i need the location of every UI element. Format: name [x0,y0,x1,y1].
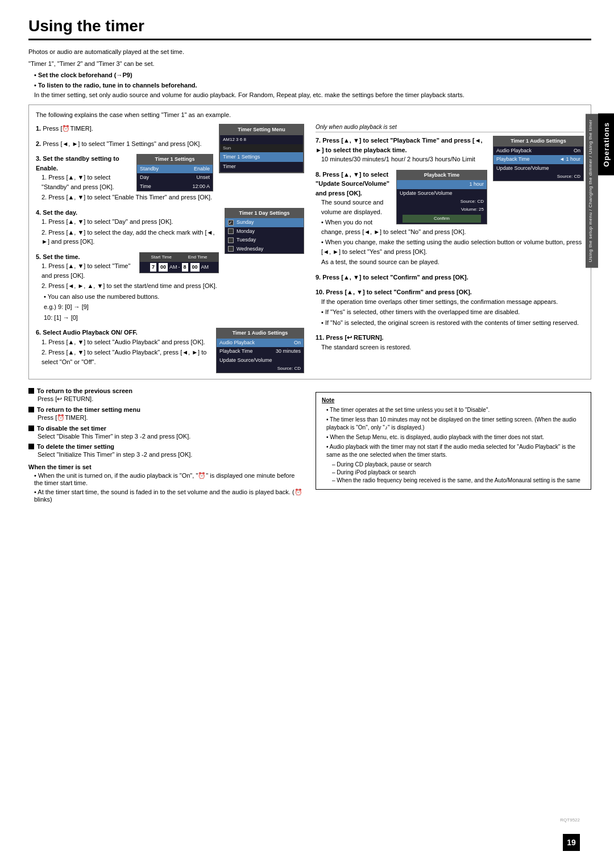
step-7: Timer 1 Audio Settings Audio Playback On… [316,136,584,164]
disable-timer-section: To disable the set timer Select "Disable… [28,425,304,440]
step11-detail: The standard screen is restored. [321,343,584,352]
pb-title: Playback Time [397,170,487,181]
step3-sub2: 2. Press [▲, ▼] to select "Enable This T… [42,193,304,202]
tsm-row1: Timer 1 Settings [220,152,303,162]
step2-num: 2. [36,140,41,147]
step7-num: 7. [316,137,321,144]
day-settings-ui: Timer 1 Day Settings Sunday Monday Tuesd… [225,208,304,254]
step11-title: Press [↩ RETURN]. [326,334,383,341]
t1s-day: Day Unset [137,173,213,182]
black-square-4 [28,444,34,449]
when-timer-bullet2: • At the timer start time, the sound is … [34,489,304,503]
main-box-intro: The following explains the case when set… [36,111,584,119]
main-content-box: The following explains the case when set… [28,105,591,379]
pb-volume: Volume: 25 [397,206,487,214]
step5-bullet2: e.g.) 9: [0] → [9] [44,302,304,312]
black-square-3 [28,425,34,431]
step10-detail1: If the operation time overlaps other tim… [321,297,584,307]
audio-row3: Update Source/Volume [217,356,304,365]
audio-settings-ui: Timer 1 Audio Settings Audio Playback On… [216,328,304,373]
return-timer-heading: To return to the timer setting menu [28,406,304,413]
intro-line2: "Timer 1", "Timer 2" and "Timer 3" can b… [28,59,591,69]
step10-detail3: • If "No" is selected, the original scre… [321,318,584,328]
day-wednesday: Wednesday [225,245,304,254]
t1s-title: Timer 1 Settings [137,155,213,165]
step8-num: 8. [316,171,321,178]
return-timer-text: Press [⏰TIMER]. [38,414,304,422]
pb-confirm: Confirm [403,215,481,223]
step-4: Timer 1 Day Settings Sunday Monday Tuesd… [36,208,304,247]
note-indent-3: – When the radio frequency being receive… [332,477,585,485]
step11-num: 11. [316,334,324,341]
step-6: Timer 1 Audio Settings Audio Playback On… [36,328,304,366]
pb-val: 1 hour [397,180,487,189]
step-8: Playback Time 1 hour Update Source/Volum… [316,170,584,267]
time-labels: Start Time End Time [140,253,218,262]
t1s-standby: Standby Enable [137,165,213,174]
timer1-settings-ui: Timer 1 Settings Standby Enable Day Unse… [136,154,213,191]
return-prev-text: Press [↩ RETURN]. [38,395,304,403]
step10-text: Press [▲, ▼] to select "Confirm" and pre… [326,289,472,295]
step5-title: Set the time. [43,253,80,260]
delete-timer-section: To delete the timer setting Select "Init… [28,443,304,458]
step2-text: Press [◄, ►] to select "Timer 1 Settings… [43,140,201,147]
delete-timer-text: Select "Initialize This Timer" in step 3… [38,451,304,458]
audio2-row1: Audio Playback On [493,147,583,156]
right-column: Only when audio playback is set Timer 1 … [316,124,584,357]
black-square-1 [28,388,34,394]
playback-box: Playback Time 1 hour Update Source/Volum… [396,170,487,225]
step-10: 10. Press [▲, ▼] to select "Confirm" and… [316,287,584,327]
operations-tab: Operations [598,114,614,176]
note-bullet-1: • The timer operates at the set time unl… [326,406,585,414]
page-container: Using the timer Photos or audio are auto… [0,0,614,868]
step7-title: Press [▲, ▼] to select "Playback Time" a… [316,137,483,153]
return-timer-section: To return to the timer setting menu Pres… [28,406,304,422]
return-prev-section: To return to the previous screen Press [… [28,387,304,403]
pb-source: Source: CD [397,198,487,206]
side-label: Using the setup menu / Changing the dimm… [586,114,598,268]
step6-num: 6. [36,329,41,336]
audio-row2: Playback Time 30 minutes [217,347,304,356]
note-bullet-3: • When the Setup Menu, etc. is displayed… [326,433,585,441]
playback-confirm-ui: Playback Time 1 hour Update Source/Volum… [396,170,487,225]
black-square-2 [28,407,34,412]
step4-num: 4. [36,209,41,216]
step5-bullet3: 10: [1] → [0] [44,313,304,323]
bottom-left: To return to the previous screen Press [… [28,387,304,503]
audio-source: Source: CD [217,365,304,373]
when-timer-heading: When the timer is set [28,464,304,470]
step-11: 11. Press [↩ RETURN]. The standard scree… [316,333,584,352]
day-title: Timer 1 Day Settings [225,208,304,219]
delete-timer-heading: To delete the timer setting [28,443,304,450]
step3-num: 3. [36,155,41,162]
step5-sub2: 2. Press [◄, ►, ▲, ▼] to set the start/e… [42,281,304,291]
step8-detail4: As a test, the sound source can be playe… [321,257,584,267]
two-col-layout: Timer Setting Menu AM12 3 6 8 Sun Timer … [36,124,584,373]
disable-timer-heading: To disable the set timer [28,425,304,432]
step4-title: Set the day. [43,209,77,216]
left-column: Timer Setting Menu AM12 3 6 8 Sun Timer … [36,124,304,373]
step5-num: 5. [36,253,41,260]
audio2-row2: Playback Time ◄ 1 hour [493,155,583,164]
time-settings-ui: Start Time End Time 7 00 AM - 8 00 AM [139,252,219,274]
day-sunday: Sunday [225,218,304,227]
bottom-right: Note • The timer operates at the set tim… [316,387,591,503]
audio-row1: Audio Playback On [217,339,304,348]
step8-detail3: • When you change, make the setting usin… [321,237,584,256]
tsm-row2: Timer [220,162,303,172]
step10-detail2: • If "Yes" is selected, other timers wit… [321,307,584,317]
step10-num: 10. [316,289,324,295]
when-timer-bullet1: • When the unit is turned on, if the aud… [34,472,304,486]
intro-bullet2: • To listen to the radio, tune in to cha… [34,81,591,91]
note-indent-1: – During CD playback, pause or search [332,461,585,469]
intro-line1: Photos or audio are automatically played… [28,47,591,57]
step-5: Start Time End Time 7 00 AM - 8 00 AM [36,252,304,323]
audio2-source: Source: CD [493,173,583,181]
day-tuesday: Tuesday [225,236,304,245]
note-bullet-2: • The timer less than 10 minutes may not… [326,416,585,432]
audio2-title: Timer 1 Audio Settings [493,136,583,147]
tsm-title: Timer Setting Menu [220,125,303,135]
note-indent-2: – During iPod playback or search [332,469,585,477]
when-timer-section: When the timer is set • When the unit is… [28,464,304,503]
rqt-number: RQT9522 [560,817,580,823]
